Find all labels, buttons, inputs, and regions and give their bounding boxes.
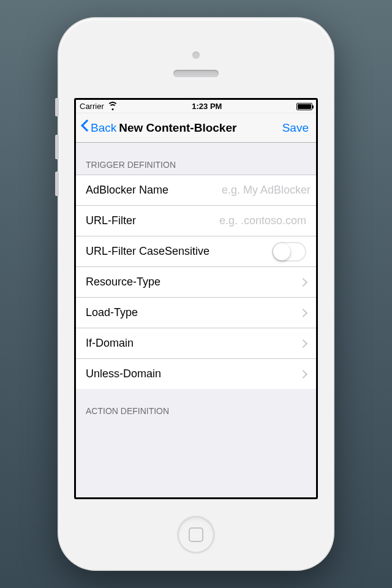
section-header-trigger: TRIGGER DEFINITION xyxy=(76,143,316,175)
row-adblocker-name[interactable]: AdBlocker Name xyxy=(76,175,316,205)
label-adblocker-name: AdBlocker Name xyxy=(86,184,168,197)
chevron-right-icon xyxy=(299,339,307,347)
toggle-case-sensitive[interactable] xyxy=(272,242,306,262)
nav-bar: Back New Content-Blocker Save xyxy=(76,113,316,143)
wifi-icon xyxy=(108,103,118,110)
volume-down xyxy=(55,172,59,196)
input-adblocker-name[interactable] xyxy=(168,184,311,197)
section-header-action: ACTION DEFINITION xyxy=(76,389,316,421)
chevron-right-icon xyxy=(299,277,307,286)
battery-icon xyxy=(296,103,312,110)
proximity-sensor xyxy=(192,51,200,59)
row-url-filter[interactable]: URL-Filter xyxy=(76,205,316,236)
row-if-domain[interactable]: If-Domain xyxy=(76,328,316,358)
input-url-filter[interactable] xyxy=(136,214,306,227)
label-if-domain: If-Domain xyxy=(86,337,134,350)
label-url-filter: URL-Filter xyxy=(86,214,136,227)
row-unless-domain[interactable]: Unless-Domain xyxy=(76,358,316,389)
screen: Carrier 1:23 PM Back New Content-Blocker… xyxy=(74,98,318,499)
row-case-sensitive: URL-Filter CaseSensitive xyxy=(76,236,316,266)
back-button[interactable]: Back xyxy=(81,121,116,135)
clock: 1:23 PM xyxy=(192,102,222,111)
carrier-label: Carrier xyxy=(80,102,104,111)
chevron-right-icon xyxy=(299,308,307,317)
phone-frame: Carrier 1:23 PM Back New Content-Blocker… xyxy=(59,18,333,570)
page-title: New Content-Blocker xyxy=(116,121,279,135)
label-unless-domain: Unless-Domain xyxy=(86,368,161,380)
mute-switch xyxy=(55,98,59,116)
earpiece-speaker xyxy=(173,70,219,77)
settings-table[interactable]: TRIGGER DEFINITION AdBlocker Name URL-Fi… xyxy=(76,143,316,497)
status-bar: Carrier 1:23 PM xyxy=(76,100,316,113)
back-label: Back xyxy=(91,121,116,135)
volume-up xyxy=(55,135,59,159)
label-load-type: Load-Type xyxy=(86,306,138,319)
chevron-right-icon xyxy=(299,369,307,378)
row-load-type[interactable]: Load-Type xyxy=(76,297,316,328)
label-case-sensitive: URL-Filter CaseSensitive xyxy=(86,245,209,258)
chevron-left-icon xyxy=(81,121,89,135)
row-resource-type[interactable]: Resource-Type xyxy=(76,266,316,297)
save-button[interactable]: Save xyxy=(280,121,311,135)
home-button[interactable] xyxy=(177,516,215,554)
label-resource-type: Resource-Type xyxy=(86,276,160,288)
